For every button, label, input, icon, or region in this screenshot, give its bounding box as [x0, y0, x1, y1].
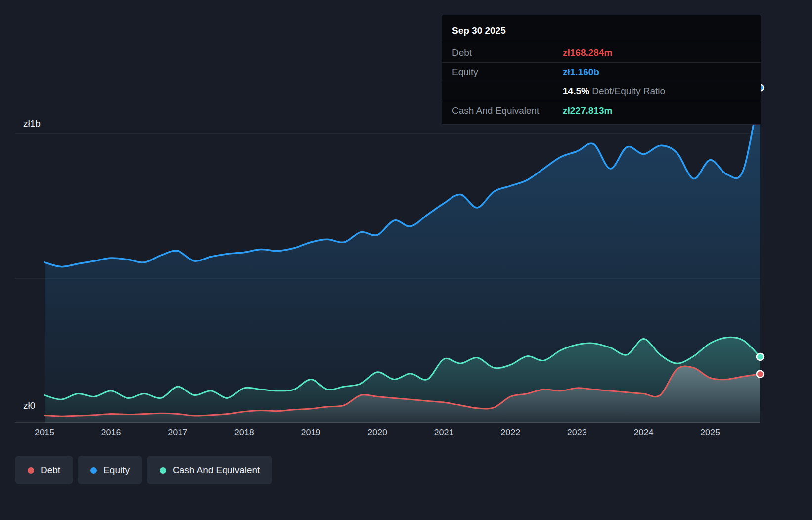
cash-and-equivalent-endpoint-marker[interactable]: [757, 353, 764, 360]
tooltip-row-ratio: 14.5% Debt/Equity Ratio: [442, 82, 761, 101]
tooltip-equity-label: Equity: [452, 66, 563, 78]
tooltip-ratio-label: Debt/Equity Ratio: [592, 86, 665, 96]
equity-dot-icon: [90, 467, 97, 474]
tooltip-debt-value: zł168.284m: [563, 47, 751, 59]
x-axis-label-2023: 2023: [567, 428, 587, 437]
chart-tooltip: Sep 30 2025 Debt zł168.284m Equity zł1.1…: [442, 15, 761, 125]
tooltip-row-debt: Debt zł168.284m: [442, 43, 761, 62]
tooltip-cash-value: zł227.813m: [563, 105, 751, 117]
tooltip-ratio-value: 14.5%: [563, 86, 589, 96]
tooltip-equity-value: zł1.160b: [563, 66, 751, 78]
x-axis-label-2025: 2025: [700, 428, 720, 437]
debt-dot-icon: [28, 467, 34, 474]
x-axis-label-2024: 2024: [633, 428, 653, 437]
tooltip-cash-label: Cash And Equivalent: [452, 105, 563, 117]
x-axis-label-2015: 2015: [35, 428, 54, 437]
y-axis-label-0: zł0: [23, 400, 35, 411]
tooltip-row-cash: Cash And Equivalent zł227.813m: [442, 101, 761, 120]
chart-stage: 2015201620172018201920202021202220232024…: [0, 0, 812, 520]
debt-endpoint-marker[interactable]: [757, 371, 764, 378]
x-axis-label-2021: 2021: [434, 428, 454, 437]
cash-dot-icon: [160, 467, 166, 474]
x-axis-label-2022: 2022: [500, 428, 520, 437]
x-axis-label-2016: 2016: [101, 428, 121, 437]
x-axis-label-2018: 2018: [234, 428, 254, 437]
legend-item-debt[interactable]: Debt: [15, 456, 73, 484]
x-axis-label-2020: 2020: [367, 428, 387, 437]
legend-equity-label: Equity: [103, 465, 130, 476]
legend-item-equity[interactable]: Equity: [78, 456, 142, 484]
tooltip-ratio: 14.5% Debt/Equity Ratio: [563, 86, 751, 97]
tooltip-date: Sep 30 2025: [442, 21, 761, 43]
legend-item-cash[interactable]: Cash And Equivalent: [147, 456, 272, 484]
tooltip-debt-label: Debt: [452, 47, 563, 59]
y-axis-label-1b: zł1b: [23, 118, 41, 129]
chart-legend: Debt Equity Cash And Equivalent: [15, 456, 272, 484]
tooltip-row-equity: Equity zł1.160b: [442, 62, 761, 82]
legend-debt-label: Debt: [41, 465, 60, 476]
x-axis-label-2019: 2019: [301, 428, 320, 437]
legend-cash-label: Cash And Equivalent: [173, 465, 260, 476]
x-axis-label-2017: 2017: [168, 428, 187, 437]
